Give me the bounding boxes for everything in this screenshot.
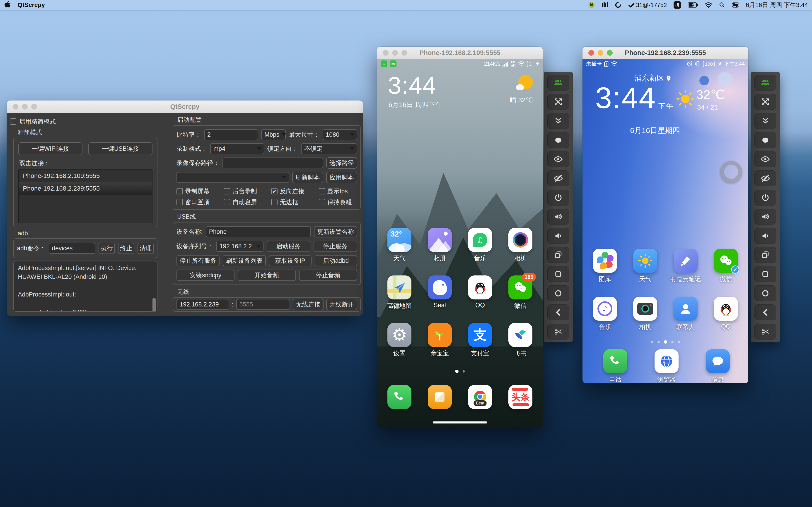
device-name-input[interactable] — [206, 226, 311, 237]
config-checkbox[interactable]: 录制屏幕 — [176, 187, 224, 195]
volume-down-button[interactable] — [547, 228, 569, 244]
config-checkbox[interactable]: 保持唤醒 — [319, 198, 357, 206]
config-checkbox[interactable]: ✔反向连接 — [271, 187, 318, 195]
gallery-mi-app-icon[interactable] — [428, 228, 452, 252]
app-camera-honor[interactable]: 相机 — [627, 297, 663, 331]
apply-script-button[interactable]: 应用脚本 — [326, 172, 357, 183]
weather-mi-app-icon[interactable]: 32° — [388, 228, 411, 252]
record-button[interactable] — [547, 132, 569, 148]
qq-app-icon[interactable] — [468, 275, 492, 299]
phone1-titlebar[interactable]: Phone-192.168.2.109:5555 — [377, 47, 543, 59]
device-list-item[interactable]: Phone-192.168.2.109:5555 — [19, 170, 152, 182]
zoom-button[interactable] — [607, 50, 613, 56]
start-audio-button[interactable]: 开始音频 — [238, 270, 296, 281]
device-list-item[interactable]: Phone-192.168.2.239:5555 — [19, 182, 152, 195]
app-gallery-mi[interactable]: 相册 — [422, 228, 458, 262]
config-checkbox[interactable]: 无边框 — [271, 198, 318, 206]
checkbox-unchecked[interactable] — [319, 188, 325, 194]
wireless-connect-button[interactable]: 无线连接 — [293, 299, 323, 310]
screen-off-button[interactable] — [754, 170, 776, 186]
camera-mi-app-icon[interactable] — [508, 228, 532, 252]
volume-down-button[interactable] — [754, 228, 776, 244]
app-alipay[interactable]: 支支付宝 — [462, 323, 498, 357]
alipay-app-icon[interactable]: 支 — [468, 323, 492, 347]
menu-app-name[interactable]: QtScrcpy — [18, 2, 45, 9]
control-center-icon[interactable] — [732, 2, 739, 8]
group-button[interactable] — [547, 75, 569, 91]
feishu-app-icon[interactable] — [508, 323, 532, 347]
save-path-input[interactable] — [222, 158, 323, 168]
traffic-lights[interactable] — [13, 104, 37, 110]
clean-button[interactable]: 清理 — [138, 243, 154, 254]
app-weather-honor[interactable]: 天气 — [627, 249, 663, 283]
app-qinbaobao[interactable]: 亲宝宝 — [422, 323, 458, 357]
record-button[interactable] — [754, 132, 776, 148]
phone-green-app-icon[interactable] — [388, 385, 411, 409]
app-youdao[interactable]: 有道云笔记 — [668, 249, 704, 283]
phone2-screen[interactable]: 未插卡 100 下午3:44 浦东新区 3:44下午 — [582, 59, 748, 383]
close-button[interactable] — [383, 50, 389, 56]
app-switch-button[interactable] — [547, 247, 569, 263]
power-button[interactable] — [547, 190, 569, 206]
checkbox-unchecked[interactable] — [176, 199, 183, 205]
weather-widget[interactable]: 晴 32℃ — [510, 75, 533, 105]
screen-on-button[interactable] — [547, 151, 569, 167]
weather-honor-app-icon[interactable] — [633, 249, 657, 273]
checkbox-unchecked[interactable] — [271, 199, 277, 205]
config-checkbox[interactable]: 后台录制 — [224, 187, 271, 195]
start-adbd-button[interactable]: 启动adbd — [315, 255, 357, 266]
app-messages-orange[interactable] — [422, 385, 458, 409]
browser-honor-app-icon[interactable] — [655, 349, 678, 373]
app-feishu[interactable]: 飞书 — [503, 323, 538, 357]
install-sndcpy-button[interactable]: 安装sndcpy — [176, 270, 235, 281]
screen-on-button[interactable] — [754, 151, 776, 167]
volume-up-button[interactable] — [547, 209, 569, 225]
istat-bars-icon[interactable] — [602, 2, 608, 8]
assistive-ball[interactable] — [720, 161, 742, 183]
record-format-select[interactable]: mp4 — [210, 143, 264, 154]
stop-all-button[interactable]: 停止所有服务 — [176, 255, 219, 266]
scrollbar-thumb[interactable] — [152, 298, 156, 312]
group-button[interactable] — [754, 75, 776, 91]
zoom-button[interactable] — [31, 104, 37, 110]
checkbox-unchecked[interactable] — [224, 199, 230, 205]
amap-app-icon[interactable] — [388, 275, 411, 299]
fullscreen-button[interactable] — [754, 94, 776, 110]
gallery-honor-app-icon[interactable] — [593, 249, 617, 273]
get-ip-button[interactable]: 获取设备IP — [269, 255, 311, 266]
settings-mi-app-icon[interactable]: ⚙ — [388, 323, 411, 347]
battery-icon[interactable] — [688, 2, 698, 8]
traffic-lights[interactable] — [589, 50, 613, 56]
home-button[interactable] — [547, 266, 569, 282]
back-button[interactable] — [547, 304, 569, 320]
phone1-screen[interactable]: ☺ ✉ 214K/s HD 3 3:44 6月16日 周四下午 晴 32℃ 32… — [377, 59, 543, 428]
minimize-button[interactable] — [598, 50, 603, 56]
log-scrollbar[interactable] — [152, 264, 156, 309]
max-size-select[interactable]: 1080 — [323, 129, 357, 140]
wechat-app-icon[interactable]: 189 — [508, 275, 532, 299]
volume-up-button[interactable] — [754, 209, 776, 225]
adb-command-input[interactable] — [49, 243, 95, 254]
music-honor-app-icon[interactable]: ♪ — [593, 297, 617, 321]
window-titlebar[interactable]: QtScrcpy — [7, 101, 363, 113]
stop-service-button[interactable]: 停止服务 — [314, 241, 357, 252]
config-checkbox[interactable]: 自动息屏 — [224, 198, 271, 206]
usb-connect-button[interactable]: 一键USB连接 — [88, 143, 152, 155]
wireless-port-input[interactable] — [236, 299, 290, 310]
close-button[interactable] — [589, 50, 594, 56]
close-button[interactable] — [13, 104, 18, 110]
wifi-connect-button[interactable]: 一键WIFI连接 — [18, 143, 83, 155]
terminate-button[interactable]: 终止 — [118, 243, 134, 254]
app-switch-button[interactable] — [754, 247, 776, 263]
zoom-button[interactable] — [401, 50, 407, 56]
camera-honor-app-icon[interactable] — [633, 297, 657, 321]
messages-orange-app-icon[interactable] — [428, 385, 452, 409]
app-gallery-honor[interactable]: 图库 — [587, 249, 623, 283]
youdao-app-icon[interactable] — [673, 249, 698, 273]
start-service-button[interactable]: 启动服务 — [267, 241, 310, 252]
app-contacts[interactable]: 联系人 — [668, 297, 704, 331]
android-status-icon[interactable] — [588, 1, 595, 9]
app-phone-green[interactable] — [382, 385, 417, 409]
proxy-status-item[interactable]: 31@·17752 — [628, 2, 667, 9]
app-settings-mi[interactable]: ⚙设置 — [382, 323, 417, 357]
